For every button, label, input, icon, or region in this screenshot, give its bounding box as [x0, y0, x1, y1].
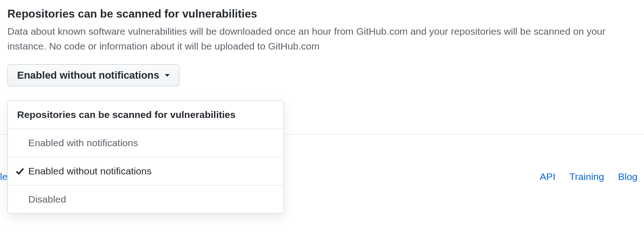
section-title: Repositories can be scanned for vulnerab…: [7, 7, 637, 20]
dropdown-item-label: Enabled with notifications: [28, 137, 138, 148]
dropdown-item-enabled-without-notifications[interactable]: Enabled without notifications: [8, 157, 284, 186]
dropdown-selected-label: Enabled without notifications: [17, 69, 159, 81]
footer-link-fragment[interactable]: le: [0, 171, 7, 182]
scan-setting-dropdown-menu: Repositories can be scanned for vulnerab…: [7, 100, 284, 214]
footer-link-blog[interactable]: Blog: [618, 171, 638, 182]
footer-link-api[interactable]: API: [540, 171, 556, 182]
dropdown-item-label: Disabled: [28, 194, 66, 205]
check-icon: [15, 167, 25, 176]
dropdown-item-disabled[interactable]: Disabled: [8, 186, 284, 213]
dropdown-menu-header: Repositories can be scanned for vulnerab…: [8, 101, 284, 129]
footer-link-training[interactable]: Training: [569, 171, 604, 182]
dropdown-item-enabled-with-notifications[interactable]: Enabled with notifications: [8, 129, 284, 157]
scan-setting-dropdown-button[interactable]: Enabled without notifications: [7, 64, 179, 87]
dropdown-item-label: Enabled without notifications: [28, 166, 152, 177]
section-description: Data about known software vulnerabilitie…: [7, 24, 637, 53]
footer-links: API Training Blog: [540, 171, 638, 182]
caret-down-icon: [165, 74, 170, 77]
